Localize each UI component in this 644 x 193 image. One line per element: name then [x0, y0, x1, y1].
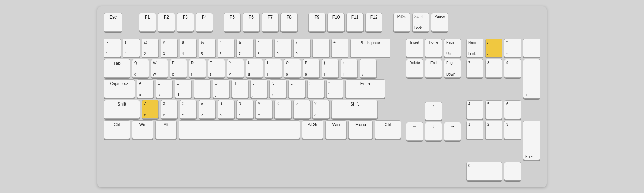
- key-z[interactable]: Z z: [142, 100, 159, 119]
- key-f10[interactable]: F10: [327, 13, 345, 32]
- key-f11[interactable]: F11: [346, 13, 364, 32]
- key-f1[interactable]: F1: [139, 13, 156, 32]
- key-esc[interactable]: Esc: [104, 13, 122, 32]
- key-equals[interactable]: + =: [331, 39, 348, 57]
- key-rbracket[interactable]: } ]: [341, 59, 358, 78]
- key-up[interactable]: ↑: [425, 102, 442, 120]
- key-k[interactable]: K k: [269, 79, 287, 98]
- key-down[interactable]: ↓: [425, 122, 442, 141]
- key-6[interactable]: ^ 6: [218, 39, 235, 57]
- key-num0[interactable]: 0: [466, 162, 502, 180]
- key-p[interactable]: P p: [303, 59, 320, 78]
- key-f12[interactable]: F12: [365, 13, 382, 32]
- key-tab[interactable]: Tab: [104, 59, 130, 78]
- key-num2[interactable]: 2: [485, 121, 502, 139]
- key-f5[interactable]: F5: [224, 13, 241, 32]
- key-left[interactable]: ←: [406, 122, 423, 141]
- key-home[interactable]: Home: [425, 39, 442, 57]
- key-j[interactable]: J j: [250, 79, 268, 98]
- key-quote[interactable]: " ': [326, 79, 343, 98]
- key-f6[interactable]: F6: [243, 13, 260, 32]
- key-8[interactable]: * 8: [255, 39, 273, 57]
- key-num-minus[interactable]: - -: [523, 39, 540, 57]
- key-num-plus[interactable]: +: [523, 59, 540, 98]
- key-lbracket[interactable]: { [: [322, 59, 339, 78]
- key-t[interactable]: T t: [208, 59, 225, 78]
- key-num8[interactable]: 8: [485, 59, 502, 78]
- key-alt-left[interactable]: Alt: [155, 120, 177, 139]
- key-s[interactable]: S s: [156, 79, 173, 98]
- key-f8[interactable]: F8: [280, 13, 298, 32]
- key-right[interactable]: →: [444, 122, 461, 141]
- key-minus[interactable]: _ -: [312, 39, 330, 57]
- key-g[interactable]: G g: [213, 79, 230, 98]
- key-pageup[interactable]: Page Up: [444, 39, 461, 57]
- key-i[interactable]: I i: [265, 59, 282, 78]
- key-num4[interactable]: 4: [466, 100, 483, 119]
- key-num6[interactable]: 6: [504, 100, 521, 119]
- key-l[interactable]: L l: [288, 79, 306, 98]
- key-ctrl-right[interactable]: Ctrl: [375, 120, 401, 139]
- key-a[interactable]: A a: [137, 79, 154, 98]
- key-3[interactable]: # 3: [161, 39, 178, 57]
- key-pause[interactable]: Pause: [431, 13, 448, 32]
- key-numlock[interactable]: Num Lock: [466, 39, 483, 57]
- key-4[interactable]: $ 4: [180, 39, 197, 57]
- key-period[interactable]: > .: [293, 100, 311, 119]
- key-f9[interactable]: F9: [308, 13, 326, 32]
- key-tilde[interactable]: ~ `: [104, 39, 121, 57]
- key-win-left[interactable]: Win: [132, 120, 153, 139]
- key-num-star[interactable]: * *: [504, 39, 521, 57]
- key-num3[interactable]: 3: [504, 121, 521, 139]
- key-h[interactable]: H h: [231, 79, 249, 98]
- key-end[interactable]: End: [425, 59, 442, 78]
- key-w[interactable]: W w: [151, 59, 168, 78]
- key-d[interactable]: D d: [175, 79, 192, 98]
- key-o[interactable]: O o: [284, 59, 301, 78]
- key-v[interactable]: V v: [199, 100, 216, 119]
- key-num7[interactable]: 7: [466, 59, 483, 78]
- key-backspace[interactable]: Backspace: [350, 39, 390, 57]
- key-scrolllock[interactable]: Scroll Lock: [412, 13, 429, 32]
- key-prtsc[interactable]: PrtSc: [393, 13, 410, 32]
- key-f7[interactable]: F7: [262, 13, 279, 32]
- key-num-dot[interactable]: .: [504, 162, 521, 180]
- key-win-right[interactable]: Win: [325, 120, 347, 139]
- key-9[interactable]: ( 9: [274, 39, 292, 57]
- key-5[interactable]: % 5: [199, 39, 216, 57]
- key-num9[interactable]: 9: [504, 59, 521, 78]
- key-delete[interactable]: Delete: [406, 59, 423, 78]
- key-c[interactable]: C c: [180, 100, 197, 119]
- key-f3[interactable]: F3: [177, 13, 194, 32]
- key-f2[interactable]: F2: [158, 13, 175, 32]
- key-b[interactable]: B b: [218, 100, 235, 119]
- key-shift-left[interactable]: Shift: [104, 100, 140, 119]
- key-slash[interactable]: ? /: [312, 100, 330, 119]
- key-y[interactable]: Y y: [227, 59, 244, 78]
- key-insert[interactable]: Insert: [406, 39, 423, 57]
- key-m[interactable]: M m: [255, 100, 273, 119]
- key-u[interactable]: U u: [246, 59, 263, 78]
- key-backslash[interactable]: | \: [360, 59, 377, 78]
- key-2[interactable]: @ 2: [142, 39, 159, 57]
- key-space[interactable]: [179, 120, 300, 139]
- key-1[interactable]: ! 1: [123, 39, 140, 57]
- key-comma[interactable]: < ,: [274, 100, 292, 119]
- key-ctrl-left[interactable]: Ctrl: [104, 120, 130, 139]
- key-n[interactable]: N n: [236, 100, 254, 119]
- key-q[interactable]: Q q: [132, 59, 149, 78]
- key-7[interactable]: & 7: [236, 39, 254, 57]
- key-capslock[interactable]: Caps Lock: [104, 79, 135, 98]
- key-pagedown[interactable]: Page Down: [444, 59, 461, 78]
- key-e[interactable]: E e: [170, 59, 187, 78]
- key-altgr[interactable]: AltGr: [302, 120, 323, 139]
- key-num-enter[interactable]: Enter: [523, 121, 540, 160]
- key-f4[interactable]: F4: [196, 13, 213, 32]
- key-semicolon[interactable]: : ;: [307, 79, 325, 98]
- key-num5[interactable]: 5: [485, 100, 502, 119]
- key-num-slash[interactable]: / /: [485, 39, 502, 57]
- key-enter[interactable]: Enter: [345, 79, 385, 98]
- key-r[interactable]: R r: [189, 59, 206, 78]
- key-f[interactable]: F f: [194, 79, 211, 98]
- key-0[interactable]: ) 0: [293, 39, 311, 57]
